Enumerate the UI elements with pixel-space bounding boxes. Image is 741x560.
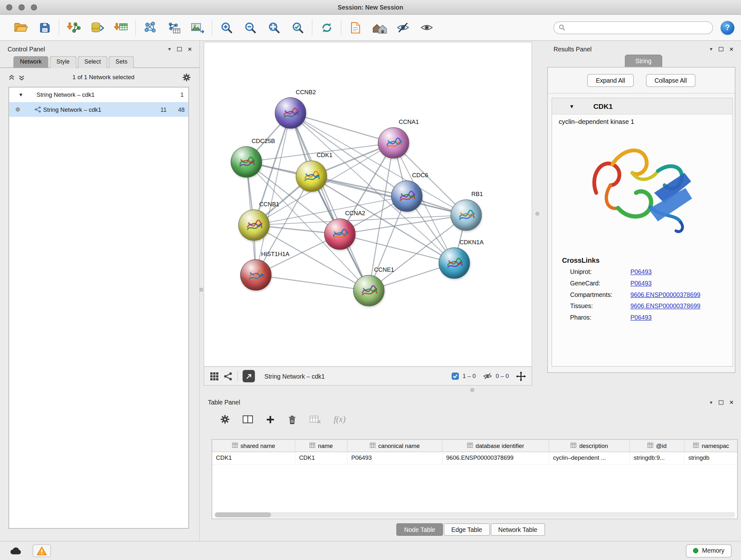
- collapse-all-button[interactable]: Collapse All: [646, 74, 695, 87]
- tab-node-table[interactable]: Node Table: [396, 523, 443, 536]
- crosslink-value-link[interactable]: P06493: [630, 280, 652, 287]
- zoom-window-button[interactable]: [31, 4, 37, 10]
- table-cell[interactable]: cyclin–dependent ...: [549, 452, 630, 464]
- birdseye-view-icon[interactable]: [224, 372, 232, 381]
- crosslink-value-link[interactable]: P06493: [630, 314, 652, 321]
- network-collection-row[interactable]: ▼ String Network – cdk1 1: [9, 87, 188, 102]
- node-CCNE1[interactable]: [353, 275, 385, 306]
- column-header-canonical-name[interactable]: canonical name: [347, 440, 443, 451]
- search-box[interactable]: [553, 21, 713, 34]
- panel-float-icon[interactable]: [719, 47, 724, 51]
- horizontal-splitter[interactable]: [470, 388, 474, 392]
- import-network-from-file-icon[interactable]: [65, 20, 82, 35]
- search-input[interactable]: [568, 24, 708, 31]
- node-RB1[interactable]: [451, 199, 482, 231]
- panel-menu-icon[interactable]: ▾: [710, 46, 712, 52]
- expand-all-networks-icon[interactable]: [18, 74, 24, 80]
- node-CCNB2[interactable]: [275, 98, 306, 129]
- node-CDC6[interactable]: [391, 180, 422, 212]
- collapse-caret-icon[interactable]: ▼: [569, 104, 575, 109]
- table-horizontal-scrollbar[interactable]: [214, 512, 735, 518]
- table-cell[interactable]: P06493: [347, 452, 443, 464]
- save-session-icon[interactable]: [37, 20, 53, 35]
- panel-float-icon[interactable]: [177, 47, 182, 51]
- detach-view-button[interactable]: [243, 370, 255, 382]
- hide-selected-icon[interactable]: [395, 20, 411, 35]
- panel-close-icon[interactable]: ×: [188, 47, 192, 51]
- tab-network[interactable]: Network: [13, 56, 49, 68]
- zoom-in-icon[interactable]: [218, 20, 234, 35]
- close-window-button[interactable]: [6, 4, 12, 10]
- table-cell[interactable]: stringdb:9...: [630, 452, 684, 464]
- table-cell[interactable]: 9606.ENSP00000378699: [442, 452, 549, 464]
- vertical-splitter-right[interactable]: [536, 212, 539, 215]
- import-table-from-file-icon[interactable]: [113, 20, 129, 35]
- zoom-out-icon[interactable]: [242, 20, 259, 35]
- node-CCNB1[interactable]: [239, 209, 270, 241]
- panel-close-icon[interactable]: ×: [730, 400, 733, 405]
- grid-view-icon[interactable]: [210, 372, 219, 381]
- cloud-icon[interactable]: [10, 546, 22, 555]
- help-button[interactable]: ?: [721, 21, 734, 35]
- expand-all-button[interactable]: Expand All: [588, 74, 634, 87]
- minimize-window-button[interactable]: [18, 4, 24, 10]
- tab-select[interactable]: Select: [77, 56, 107, 68]
- selected-checkbox-icon[interactable]: [452, 372, 459, 380]
- node-CDKN1A[interactable]: [439, 247, 470, 279]
- export-network-image-icon[interactable]: [190, 20, 206, 35]
- table-cell[interactable]: CDK1: [295, 452, 347, 464]
- tab-style[interactable]: Style: [50, 56, 76, 68]
- vertical-splitter-left[interactable]: [199, 288, 203, 292]
- crosslink-value-link[interactable]: 9606.ENSP00000378699: [630, 303, 700, 310]
- add-column-icon[interactable]: [266, 415, 275, 424]
- node-CCNA2[interactable]: [324, 219, 355, 250]
- tab-string[interactable]: String: [624, 55, 663, 67]
- node-CDK1[interactable]: [296, 161, 327, 192]
- node-HIST1H1A[interactable]: [240, 259, 272, 291]
- column-header-shared-name[interactable]: shared name: [212, 440, 295, 451]
- table-row[interactable]: CDK1CDK1P064939606.ENSP00000378699cyclin…: [212, 452, 737, 464]
- column-header-database-identifier[interactable]: database identifier: [442, 440, 549, 451]
- tree-caret-icon[interactable]: ▼: [18, 92, 25, 98]
- hidden-eye-slash-icon[interactable]: [483, 372, 492, 380]
- show-columns-icon[interactable]: [243, 415, 253, 424]
- documentation-icon[interactable]: [347, 20, 364, 35]
- apply-layout-icon[interactable]: [319, 20, 335, 35]
- memory-button[interactable]: Memory: [686, 544, 732, 557]
- crosslink-value-link[interactable]: P06493: [630, 268, 652, 275]
- zoom-fit-icon[interactable]: [266, 20, 282, 35]
- node-CDC25B[interactable]: [231, 146, 262, 178]
- panel-float-icon[interactable]: [719, 400, 724, 404]
- table-settings-gear-icon[interactable]: [220, 415, 230, 424]
- warning-button[interactable]: [33, 544, 51, 557]
- crosslink-value-link[interactable]: 9606.ENSP00000378699: [630, 291, 700, 298]
- network-options-gear-icon[interactable]: [182, 73, 191, 82]
- open-session-icon[interactable]: [13, 20, 29, 35]
- network-canvas[interactable]: CCNB2CCNA1CDC25BCDK1CDC6RB1CCNB1CCNA2CDK…: [204, 42, 532, 367]
- panel-close-icon[interactable]: ×: [730, 47, 733, 51]
- panel-menu-icon[interactable]: ▾: [168, 46, 171, 52]
- scrollbar-thumb[interactable]: [215, 512, 271, 517]
- zoom-selected-icon[interactable]: [289, 20, 306, 35]
- pan-crosshair-icon[interactable]: [516, 371, 526, 381]
- show-all-icon[interactable]: [419, 20, 435, 35]
- tab-edge-table[interactable]: Edge Table: [444, 523, 489, 536]
- import-network-from-database-icon[interactable]: [89, 20, 106, 35]
- tab-sets[interactable]: Sets: [109, 56, 134, 68]
- network-row[interactable]: String Network – cdk1 11 48: [9, 102, 188, 117]
- table-cell[interactable]: stringdb: [684, 452, 738, 464]
- node-CCNA1[interactable]: [378, 127, 409, 159]
- column-header-namespac[interactable]: namespac: [684, 440, 738, 451]
- new-network-icon[interactable]: [142, 20, 158, 35]
- gene-card-header[interactable]: ▼ CDK1: [552, 98, 732, 115]
- tab-network-table[interactable]: Network Table: [491, 523, 545, 536]
- column-header-description[interactable]: description: [549, 440, 630, 451]
- table-cell[interactable]: CDK1: [212, 452, 295, 464]
- delete-column-trash-icon[interactable]: [287, 415, 296, 424]
- panel-menu-icon[interactable]: ▾: [710, 399, 712, 405]
- column-header-name[interactable]: name: [295, 440, 347, 451]
- column-header--id[interactable]: @id: [630, 440, 684, 451]
- new-network-from-table-icon[interactable]: [165, 20, 182, 35]
- collapse-all-networks-icon[interactable]: [9, 74, 15, 80]
- home-icon[interactable]: [371, 20, 387, 35]
